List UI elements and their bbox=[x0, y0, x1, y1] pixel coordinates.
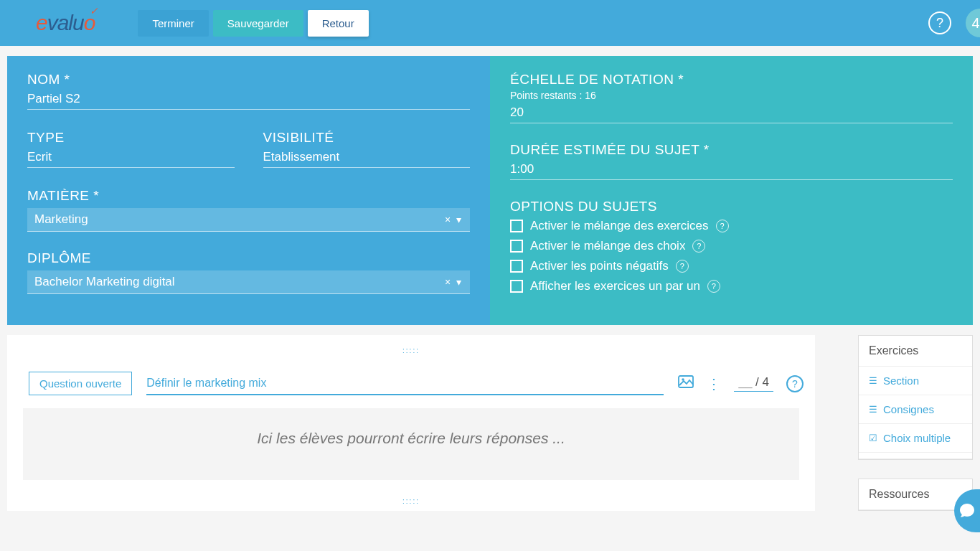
type-select[interactable]: Ecrit bbox=[27, 150, 235, 168]
type-label: TYPE bbox=[27, 130, 235, 146]
image-icon[interactable] bbox=[678, 375, 694, 392]
matiere-value: Marketing bbox=[34, 212, 88, 227]
diplome-select[interactable]: Bachelor Marketing digital × ▾ bbox=[27, 270, 470, 294]
options-label: OPTIONS DU SUJETS bbox=[510, 199, 953, 215]
nom-input[interactable]: Partiel S2 bbox=[27, 92, 470, 110]
diplome-value: Bachelor Marketing digital bbox=[34, 275, 175, 289]
editor-area: ::::: Question ouverte ⋮ __ / 4 ? Ici le… bbox=[7, 335, 973, 511]
info-icon[interactable]: ? bbox=[676, 260, 689, 273]
opt-melange-choix-label: Activer le mélange des choix bbox=[530, 239, 685, 253]
terminer-button[interactable]: Terminer bbox=[138, 10, 208, 37]
duree-input[interactable]: 1:00 bbox=[510, 162, 953, 180]
opt-melange-exercices-label: Activer le mélange des exercices bbox=[530, 219, 709, 233]
panel-item-section[interactable]: ☰ Section bbox=[859, 367, 972, 395]
retour-button[interactable]: Retour bbox=[308, 10, 369, 37]
section-icon: ☰ bbox=[869, 375, 877, 386]
question-toolbar: ⋮ __ / 4 ? bbox=[678, 375, 804, 392]
echelle-label: ÉCHELLE DE NOTATION * bbox=[510, 72, 953, 88]
drag-handle-icon[interactable]: ::::: bbox=[19, 497, 804, 505]
form-area: NOM * Partiel S2 TYPE Ecrit VISIBILITÉ E… bbox=[7, 56, 973, 325]
more-icon[interactable]: ⋮ bbox=[707, 375, 721, 392]
info-icon[interactable]: ? bbox=[716, 220, 729, 232]
opt-points-negatifs-label: Activer les points négatifs bbox=[530, 259, 669, 273]
help-icon[interactable]: ? bbox=[786, 375, 804, 392]
nom-label: NOM * bbox=[27, 72, 470, 88]
answer-placeholder-zone: Ici les élèves pourront écrire leurs rép… bbox=[23, 408, 799, 480]
consignes-icon: ☰ bbox=[869, 404, 877, 415]
opt-points-negatifs-checkbox[interactable] bbox=[510, 260, 523, 273]
info-icon[interactable]: ? bbox=[692, 240, 705, 253]
opt-melange-exercices-checkbox[interactable] bbox=[510, 220, 523, 232]
opt-un-par-un-label: Afficher les exercices un par un bbox=[530, 279, 700, 293]
options-list: Activer le mélange des exercices ? Activ… bbox=[510, 219, 953, 293]
avatar[interactable]: 4 bbox=[966, 9, 980, 37]
question-type-badge[interactable]: Question ouverte bbox=[29, 372, 132, 395]
topbar-buttons: Terminer Sauvegarder Retour bbox=[138, 10, 368, 37]
panel-item-more[interactable] bbox=[859, 453, 972, 459]
diplome-clear-icon[interactable]: × ▾ bbox=[445, 276, 463, 288]
visibilite-label: VISIBILITÉ bbox=[263, 130, 471, 146]
drag-handle-icon[interactable]: ::::: bbox=[19, 347, 804, 354]
exercices-panel-title: Exercices bbox=[859, 336, 972, 367]
diplome-label: DIPLÔME bbox=[27, 250, 470, 266]
points-restants: Points restants : 16 bbox=[510, 90, 953, 101]
panel-item-consignes[interactable]: ☰ Consignes bbox=[859, 395, 972, 424]
help-icon[interactable]: ? bbox=[928, 11, 951, 34]
opt-un-par-un-checkbox[interactable] bbox=[510, 280, 523, 293]
matiere-select[interactable]: Marketing × ▾ bbox=[27, 208, 470, 232]
choix-multiple-icon: ☑ bbox=[869, 433, 877, 443]
echelle-input[interactable]: 20 bbox=[510, 105, 953, 123]
matiere-clear-icon[interactable]: × ▾ bbox=[445, 214, 463, 225]
form-right-panel: ÉCHELLE DE NOTATION * Points restants : … bbox=[490, 56, 973, 325]
exercices-panel: Exercices ☰ Section ☰ Consignes ☑ Choix … bbox=[858, 335, 973, 460]
question-header: Question ouverte ⋮ __ / 4 ? bbox=[19, 372, 804, 395]
info-icon[interactable]: ? bbox=[707, 280, 720, 293]
matiere-label: MATIÈRE * bbox=[27, 188, 470, 204]
score-input[interactable]: __ / 4 bbox=[734, 375, 773, 392]
question-title-input[interactable] bbox=[146, 372, 664, 395]
editor-main: ::::: Question ouverte ⋮ __ / 4 ? Ici le… bbox=[7, 335, 815, 511]
form-left-panel: NOM * Partiel S2 TYPE Ecrit VISIBILITÉ E… bbox=[7, 56, 490, 325]
visibilite-select[interactable]: Etablissement bbox=[263, 150, 471, 168]
duree-label: DURÉE ESTIMÉE DU SUJET * bbox=[510, 142, 953, 158]
logo: evaluo✓ bbox=[36, 11, 95, 35]
sauvegarder-button[interactable]: Sauvegarder bbox=[213, 10, 303, 37]
panel-item-choix-multiple[interactable]: ☑ Choix multiple bbox=[859, 424, 972, 453]
opt-melange-choix-checkbox[interactable] bbox=[510, 240, 523, 253]
side-panels: Exercices ☰ Section ☰ Consignes ☑ Choix … bbox=[858, 335, 973, 511]
topbar: evaluo✓ Terminer Sauvegarder Retour ? 4 bbox=[0, 0, 980, 46]
